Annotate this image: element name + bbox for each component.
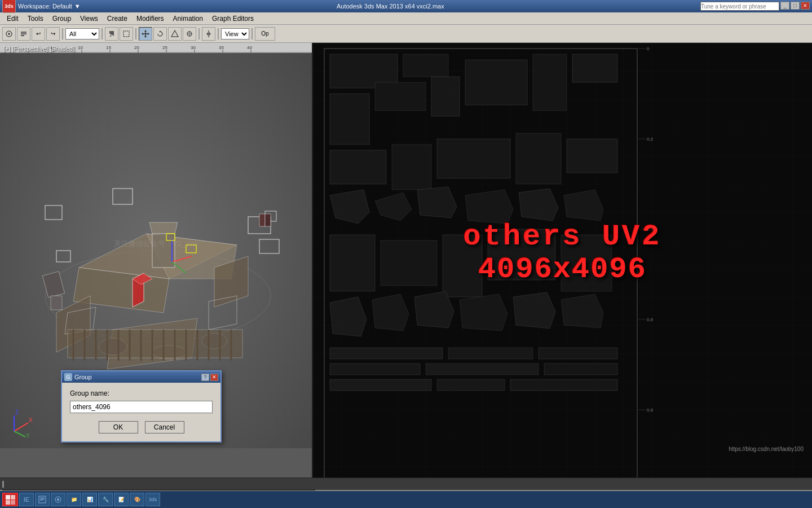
- svg-rect-103: [392, 144, 431, 190]
- uv-background: 0 0.2 0.4 0.6 0.8 1: [313, 43, 812, 478]
- close-button[interactable]: ✕: [801, 2, 810, 10]
- tb-sep-5: [218, 28, 219, 40]
- svg-text:35: 35: [219, 45, 224, 50]
- dialog-body: Group name: OK Cancel: [62, 383, 220, 441]
- maximize-button[interactable]: □: [791, 2, 800, 10]
- menu-animation[interactable]: Animation: [169, 14, 208, 24]
- main-content: [+] [Perspective] [Shaded] 5 10 15 20 25…: [0, 43, 812, 478]
- svg-text:0.8: 0.8: [647, 408, 654, 413]
- svg-rect-96: [330, 94, 369, 144]
- dialog-cancel-button[interactable]: Cancel: [145, 421, 184, 433]
- svg-marker-10: [148, 33, 149, 35]
- svg-rect-148: [2, 478, 315, 491]
- group-name-input[interactable]: [70, 401, 213, 413]
- svg-rect-115: [443, 235, 482, 297]
- tb-select-center[interactable]: [183, 27, 196, 41]
- view-select[interactable]: View: [221, 28, 249, 40]
- dialog-help-button[interactable]: ?: [201, 374, 209, 381]
- svg-rect-104: [437, 139, 510, 178]
- menu-tools[interactable]: Tools: [23, 14, 48, 24]
- svg-rect-127: [330, 364, 420, 375]
- svg-marker-121: [460, 294, 508, 331]
- menu-graph-editors[interactable]: Graph Editors: [208, 14, 258, 24]
- uv-pattern-svg: 0 0.2 0.4 0.6 0.8 1: [313, 43, 812, 478]
- tb-undo[interactable]: ↩: [32, 27, 45, 41]
- tb-move[interactable]: [139, 27, 152, 41]
- svg-rect-2: [21, 32, 27, 33]
- svg-rect-128: [426, 364, 539, 375]
- workspace-dropdown-icon[interactable]: ▼: [74, 3, 81, 10]
- svg-rect-102: [330, 150, 386, 184]
- tb-sep-3: [135, 28, 136, 40]
- tb-select-region[interactable]: [120, 27, 133, 41]
- svg-rect-97: [375, 82, 426, 111]
- taskbar-app6-icon[interactable]: 🔧: [98, 493, 113, 506]
- blog-watermark: https://blog.csdn.net/laoby100: [729, 446, 804, 452]
- svg-text:Y: Y: [26, 433, 30, 439]
- menu-views[interactable]: Views: [76, 14, 103, 24]
- taskbar-chrome-icon[interactable]: [51, 493, 65, 506]
- menu-create[interactable]: Create: [103, 14, 132, 24]
- dialog-icon: G: [64, 373, 72, 381]
- start-button[interactable]: [2, 493, 18, 506]
- svg-rect-126: [539, 348, 617, 359]
- group-dialog: G Group ? ✕ Group name: OK Cancel: [61, 370, 222, 443]
- tb-sep-4: [198, 28, 200, 40]
- svg-marker-122: [513, 292, 555, 329]
- title-bar-left: 3ds Workspace: Default ▼: [2, 0, 81, 13]
- taskbar-file-icon[interactable]: [35, 493, 50, 506]
- minimize-button[interactable]: _: [780, 2, 789, 10]
- search-input[interactable]: [700, 2, 779, 11]
- timeline-svg[interactable]: [2, 478, 315, 491]
- taskbar-3dsmax-icon[interactable]: 3ds: [145, 493, 160, 506]
- tb-rotate[interactable]: [153, 27, 167, 41]
- svg-text:10: 10: [78, 45, 83, 50]
- svg-text:X: X: [29, 417, 33, 423]
- svg-text:40: 40: [247, 45, 252, 50]
- tb-op-btn[interactable]: Op: [255, 27, 275, 41]
- tb-sep-1: [62, 28, 63, 40]
- dialog-ok-button[interactable]: OK: [99, 421, 138, 433]
- svg-rect-45: [51, 296, 62, 310]
- svg-text:Z: Z: [15, 409, 19, 415]
- taskbar-app7-icon[interactable]: 📝: [114, 493, 129, 506]
- taskbar-ie-icon[interactable]: IE: [19, 493, 34, 506]
- svg-rect-105: [516, 133, 561, 184]
- tb-snap-toggle[interactable]: [2, 27, 16, 41]
- taskbar-app8-icon[interactable]: 🎨: [130, 493, 144, 506]
- svg-rect-116: [488, 229, 555, 280]
- tb-select-obj[interactable]: [105, 27, 118, 41]
- filter-select[interactable]: All: [65, 28, 99, 40]
- tb-redo[interactable]: ↪: [46, 27, 60, 41]
- svg-rect-124: [330, 348, 443, 359]
- svg-rect-6: [123, 31, 129, 37]
- tb-select-by-name[interactable]: [17, 27, 30, 41]
- dialog-close-button[interactable]: ✕: [210, 374, 218, 381]
- svg-rect-99: [465, 60, 527, 105]
- menu-bar: Edit Tools Group Views Create Modifiers …: [0, 12, 812, 25]
- svg-text:0.6: 0.6: [647, 317, 654, 322]
- menu-edit[interactable]: Edit: [2, 14, 23, 24]
- taskbar-folder-icon[interactable]: 📁: [67, 493, 81, 506]
- menu-modifiers[interactable]: Modifiers: [132, 14, 169, 24]
- svg-marker-5: [109, 31, 114, 37]
- svg-rect-4: [21, 35, 24, 36]
- app-icon[interactable]: 3ds: [2, 0, 16, 13]
- right-panel[interactable]: 0 0.2 0.4 0.6 0.8 1 others UV2 4096x4096…: [313, 43, 812, 478]
- svg-rect-113: [330, 235, 375, 291]
- svg-rect-98: [431, 77, 460, 116]
- menu-group[interactable]: Group: [48, 14, 76, 24]
- tb-scale[interactable]: [168, 27, 182, 41]
- dialog-title-bar[interactable]: G Group ? ✕: [62, 371, 220, 383]
- svg-rect-125: [448, 348, 533, 359]
- title-bar: 3ds Workspace: Default ▼ Autodesk 3ds Ma…: [0, 0, 812, 12]
- taskbar-app5-icon[interactable]: 📊: [82, 493, 97, 506]
- svg-rect-106: [567, 139, 617, 173]
- tb-sep-2: [102, 28, 103, 40]
- toolbar: ↩ ↪ All View Op: [0, 25, 812, 43]
- svg-marker-8: [144, 36, 147, 38]
- tb-mirror[interactable]: [202, 27, 215, 41]
- svg-rect-101: [572, 54, 617, 82]
- window-controls: _ □ ✕: [700, 2, 810, 11]
- svg-marker-17: [206, 32, 208, 36]
